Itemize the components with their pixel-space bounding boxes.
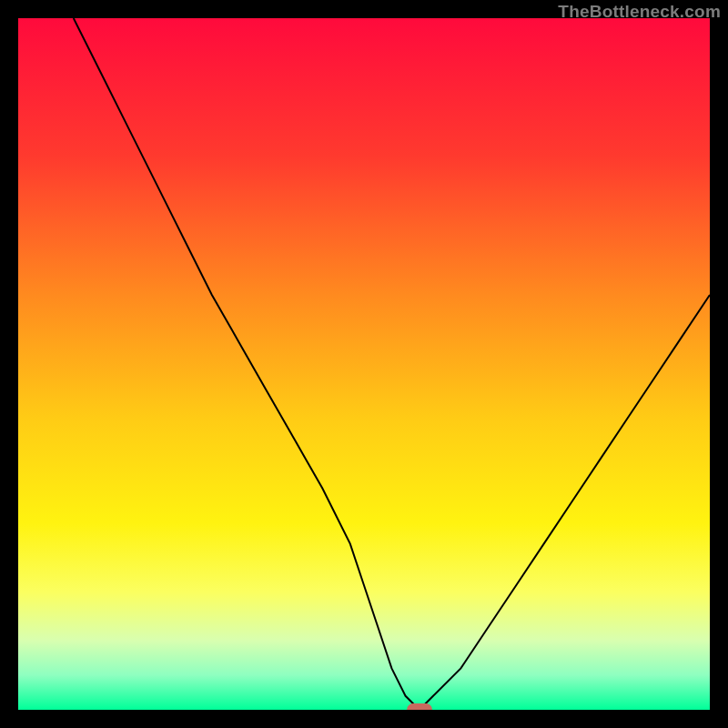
plot-area [18,18,710,710]
chart-frame: TheBottleneck.com [0,0,728,728]
bottleneck-curve [18,18,710,710]
optimal-point-marker [407,703,432,710]
